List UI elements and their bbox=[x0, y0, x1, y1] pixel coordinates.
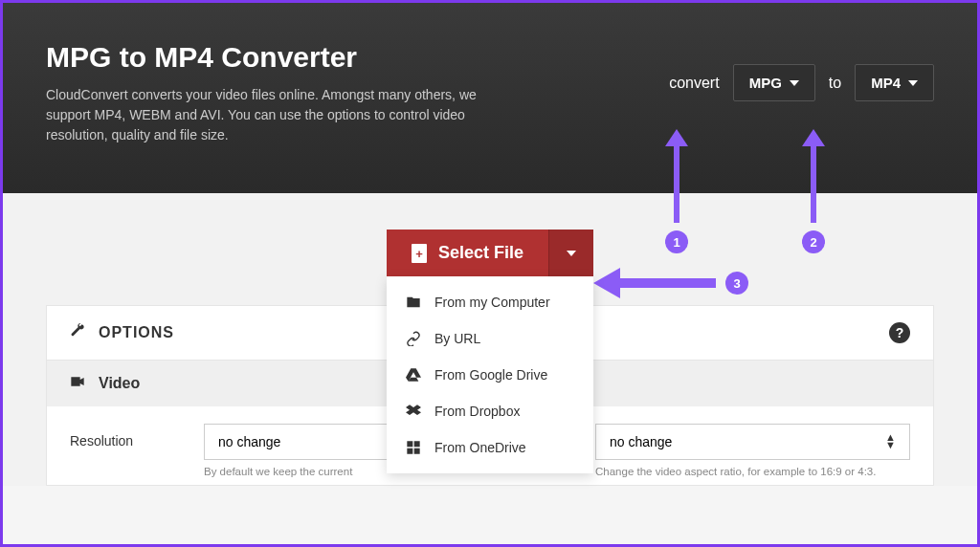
chevron-down-icon bbox=[908, 80, 918, 86]
aspect-select[interactable]: no change ▲▼ bbox=[595, 424, 910, 460]
menu-item-label: By URL bbox=[434, 331, 480, 346]
aspect-help: Change the video aspect ratio, for examp… bbox=[595, 466, 910, 477]
video-section-label: Video bbox=[99, 375, 140, 392]
to-label: to bbox=[829, 75, 841, 92]
menu-item-label: From OneDrive bbox=[434, 440, 526, 455]
banner-left: MPG to MP4 Converter CloudConvert conver… bbox=[46, 41, 505, 145]
menu-item-url[interactable]: By URL bbox=[387, 320, 593, 357]
option-aspect-control: no change ▲▼ Change the video aspect rat… bbox=[595, 424, 910, 477]
menu-item-onedrive[interactable]: From OneDrive bbox=[387, 429, 593, 466]
select-file-label: Select File bbox=[438, 243, 523, 263]
aspect-value: no change bbox=[610, 434, 672, 449]
folder-icon bbox=[406, 295, 421, 310]
menu-item-dropbox[interactable]: From Dropbox bbox=[387, 393, 593, 429]
menu-item-label: From Dropbox bbox=[434, 404, 520, 419]
convert-label: convert bbox=[669, 75, 719, 92]
select-file-button[interactable]: Select File bbox=[387, 230, 548, 276]
option-resolution: Resolution bbox=[70, 424, 185, 477]
menu-item-label: From Google Drive bbox=[434, 367, 547, 383]
select-file-dropdown-button[interactable] bbox=[548, 230, 593, 276]
dropbox-icon bbox=[406, 404, 421, 419]
video-icon bbox=[70, 374, 85, 393]
wrench-icon bbox=[70, 323, 85, 342]
page-description: CloudConvert converts your video files o… bbox=[46, 85, 505, 145]
link-icon bbox=[406, 331, 421, 346]
menu-item-label: From my Computer bbox=[434, 295, 550, 310]
resolution-value: no change bbox=[218, 434, 280, 449]
help-icon[interactable]: ? bbox=[889, 322, 910, 343]
main-area: Select File From my Computer By URL bbox=[3, 193, 977, 486]
to-format-button[interactable]: MP4 bbox=[855, 64, 934, 101]
select-file-wrapper: Select File From my Computer By URL bbox=[46, 230, 934, 276]
select-file-group: Select File From my Computer By URL bbox=[387, 230, 593, 276]
options-title: OPTIONS bbox=[99, 324, 174, 341]
top-banner: MPG to MP4 Converter CloudConvert conver… bbox=[3, 3, 977, 193]
resolution-label: Resolution bbox=[70, 433, 185, 449]
onedrive-icon bbox=[406, 440, 421, 455]
select-file-dropdown-menu: From my Computer By URL From Google Driv… bbox=[387, 276, 593, 473]
chevron-down-icon bbox=[790, 80, 799, 86]
menu-item-computer[interactable]: From my Computer bbox=[387, 284, 593, 320]
convert-row: convert MPG to MP4 bbox=[669, 64, 934, 101]
to-format-label: MP4 bbox=[871, 75, 901, 91]
from-format-label: MPG bbox=[749, 75, 782, 91]
gdrive-icon bbox=[406, 367, 421, 383]
menu-item-gdrive[interactable]: From Google Drive bbox=[387, 357, 593, 393]
updown-icon: ▲▼ bbox=[885, 434, 896, 449]
page-title: MPG to MP4 Converter bbox=[46, 41, 505, 74]
file-plus-icon bbox=[412, 244, 427, 263]
from-format-button[interactable]: MPG bbox=[733, 64, 815, 101]
chevron-down-icon bbox=[567, 251, 576, 256]
